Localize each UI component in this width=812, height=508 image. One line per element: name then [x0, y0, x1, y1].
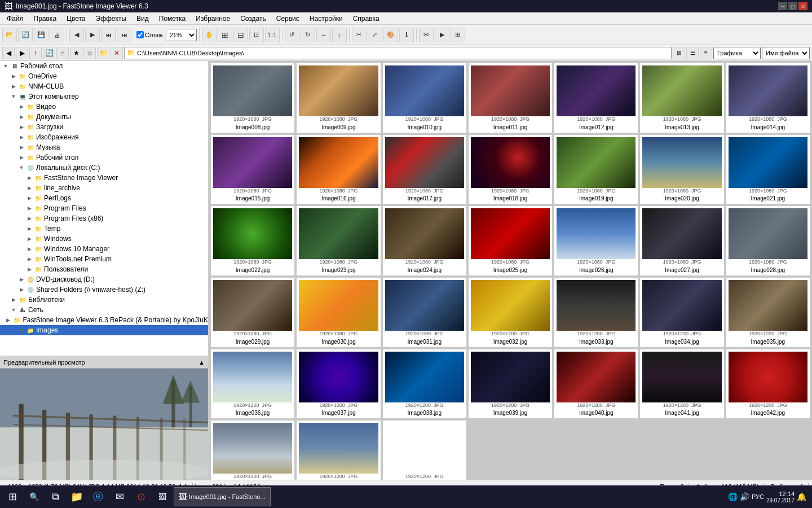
sort-mode-select[interactable]: Имя файла Дата Размер	[762, 47, 810, 59]
thumb-item[interactable]: 1920×1080 JPGImage010.jpg	[383, 63, 466, 133]
tb-prev[interactable]: ◀	[69, 28, 84, 42]
thumb-item[interactable]: 1920×1080 JPGImage022.jpg	[211, 206, 294, 275]
thumb-item[interactable]: 1920×1200 JPGImage033.jpg	[554, 278, 638, 347]
nav-up[interactable]: ↑	[29, 47, 42, 59]
nav-favorites-open[interactable]: ☆	[83, 47, 96, 59]
tb-info[interactable]: ℹ	[399, 28, 414, 42]
tb-refresh[interactable]: 🔄	[18, 28, 33, 42]
tree-item[interactable]: ▶📁Рабочий стол	[0, 152, 208, 163]
thumb-item[interactable]: 1920×1080 JPGImage015.jpg	[211, 135, 294, 204]
nav-forward[interactable]: ▶	[16, 47, 28, 59]
thumb-view-btn[interactable]: ⊞	[673, 47, 685, 59]
close-button[interactable]: ✕	[798, 2, 807, 10]
tb-slideshow[interactable]: ▶	[435, 28, 449, 42]
tree-item[interactable]: ▶📁Пользователи	[0, 264, 208, 274]
tree-item[interactable]: ▼💻Этот компьютер	[0, 91, 208, 102]
tb-first[interactable]: ⏮	[101, 28, 116, 42]
tree-item[interactable]: ▶📁Изображения	[0, 132, 208, 142]
tb-rotate-r[interactable]: ↻	[301, 28, 315, 42]
tb-color[interactable]: 🎨	[383, 28, 398, 42]
tb-flip-v[interactable]: ↕	[332, 28, 347, 42]
tree-item[interactable]: ▶📀DVD-дисковод (D:)	[0, 274, 208, 284]
thumb-item[interactable]: 1920×1080 JPGImage028.jpg	[726, 206, 810, 275]
tb-last[interactable]: ⏭	[117, 28, 131, 42]
tb-hand[interactable]: ✋	[202, 28, 217, 42]
tree-item[interactable]: ▶📁line_archive	[0, 183, 208, 193]
tree-item[interactable]: ▶📁FastStone Image Viewer 6.3 RePack (& P…	[0, 315, 208, 325]
thumb-item[interactable]: 1920×1080 JPGImage030.jpg	[297, 278, 380, 347]
edge-button[interactable]: ⓔ	[88, 487, 108, 507]
thumb-item[interactable]: 1920×1080 JPGImage016.jpg	[297, 135, 380, 204]
tree-item[interactable]: ▶📁Windows 10 Manager	[0, 244, 208, 254]
nav-home[interactable]: ⌂	[56, 47, 69, 59]
thumb-item[interactable]: 1920×1080 JPGImage024.jpg	[383, 206, 466, 275]
explorer-button[interactable]: 📁	[67, 487, 87, 507]
menu-service[interactable]: Сервис	[272, 14, 304, 24]
thumb-item[interactable]: 1920×1200 JPGImage041.jpg	[640, 349, 723, 419]
tb-open[interactable]: 📂	[2, 28, 17, 42]
thumb-item[interactable]: 1920×1080 JPGImage014.jpg	[726, 63, 810, 133]
tb-flip-h[interactable]: ↔	[316, 28, 331, 42]
menu-effects[interactable]: Эффекты	[91, 14, 131, 24]
thumb-item[interactable]: 1920×1080 JPGImage029.jpg	[211, 278, 294, 347]
tb-zoom-out[interactable]: ⊟	[233, 28, 248, 42]
notification-icon[interactable]: 🔔	[797, 492, 806, 501]
active-app[interactable]: 🖼 Image001.jpg - FastStone...	[174, 487, 271, 506]
nav-delete[interactable]: ✕	[111, 47, 123, 59]
smooth-checkbox[interactable]	[136, 31, 144, 38]
thumb-item[interactable]: 1920×1080 JPGImage008.jpg	[211, 63, 294, 133]
tree-item[interactable]: ▶📁Temp	[0, 224, 208, 234]
tb-fit[interactable]: ⊡	[249, 28, 264, 42]
thumb-item[interactable]: 1920×1080 JPGImage020.jpg	[640, 135, 723, 204]
start-button[interactable]: ⊞	[2, 487, 23, 507]
thumb-item[interactable]: 1920×1200 JPGImage042.jpg	[726, 349, 810, 419]
zoom-select[interactable]: 21% 50% 100%	[166, 29, 197, 41]
tree-item[interactable]: ▶📁Program Files	[0, 203, 208, 213]
thumb-item[interactable]: 1920×1080 JPGImage018.jpg	[469, 135, 552, 204]
tb-zoom-in[interactable]: ⊞	[218, 28, 232, 42]
tree-item[interactable]: ▶💿Shared Folders (\\ vmware-host) (Z:)	[0, 284, 208, 295]
detail-view-btn[interactable]: ≡	[700, 47, 712, 59]
task-view-button[interactable]: ⧉	[45, 487, 65, 507]
tree-item[interactable]: ▼🖧Сеть	[0, 305, 208, 315]
thumb-item[interactable]: 1920×1080 JPGImage012.jpg	[554, 63, 638, 133]
opera-button[interactable]: ⊙	[131, 487, 151, 507]
menu-mark[interactable]: Пометка	[155, 14, 191, 24]
tb-actual[interactable]: 1:1	[265, 28, 280, 42]
thumb-item[interactable]: 1920×1200 JPGImage039.jpg	[469, 349, 552, 419]
menu-file[interactable]: Файл	[2, 14, 28, 24]
thumb-item[interactable]: 1920×1080 JPGImage013.jpg	[640, 63, 723, 133]
thumb-item[interactable]: 1920×1080 JPGImage026.jpg	[554, 206, 638, 275]
menu-help[interactable]: Справка	[348, 14, 384, 24]
thumb-item[interactable]: 1920×1200 JPGImage032.jpg	[469, 278, 552, 347]
maximize-button[interactable]: □	[788, 2, 797, 10]
tree-item[interactable]: ▼💿Локальный диск (C:)	[0, 163, 208, 173]
tree-item[interactable]: ▶📁Images	[0, 325, 208, 335]
tree-item[interactable]: ▶📁Загрузки	[0, 122, 208, 132]
list-view-btn[interactable]: ☰	[686, 47, 699, 59]
minimize-button[interactable]: ─	[778, 2, 787, 10]
faststone-taskbar[interactable]: 🖼	[152, 487, 173, 507]
thumb-item[interactable]: 1920×1080 JPGImage023.jpg	[297, 206, 380, 275]
tb-crop[interactable]: ✂	[352, 28, 367, 42]
thumb-item[interactable]: 1920×1080 JPGImage019.jpg	[554, 135, 638, 204]
nav-favorite-add[interactable]: ★	[70, 47, 82, 59]
tb-print[interactable]: 🖨	[50, 28, 64, 42]
mail-button[interactable]: ✉	[109, 487, 130, 507]
thumb-item[interactable]: 1920×1200 JPGImage038.jpg	[383, 349, 466, 419]
thumb-item[interactable]: 1920×1080 JPGImage011.jpg	[469, 63, 552, 133]
tb-next[interactable]: ▶	[85, 28, 100, 42]
tb-rotate-l[interactable]: ↺	[285, 28, 299, 42]
thumb-item[interactable]: 1920×1200 JPGImage043.jpg	[211, 421, 294, 480]
thumb-item[interactable]: 1920×1080 JPGImage021.jpg	[726, 135, 810, 204]
preview-collapse-icon[interactable]: ▲	[198, 359, 205, 366]
tb-compare[interactable]: ⊞	[451, 28, 465, 42]
thumb-item[interactable]: 1920×1200 JPGImage040.jpg	[554, 349, 638, 419]
thumb-item[interactable]: 1920×1200 JPGImage044.jpg	[297, 421, 380, 480]
nav-refresh[interactable]: 🔄	[43, 47, 55, 59]
tree-item[interactable]: ▶📁Библиотеки	[0, 295, 208, 305]
menu-view[interactable]: Вид	[132, 14, 153, 24]
nav-back[interactable]: ◀	[2, 47, 15, 59]
menu-settings[interactable]: Настройки	[305, 14, 347, 24]
tree-item[interactable]: ▶📁NNM-CLUB	[0, 81, 208, 91]
